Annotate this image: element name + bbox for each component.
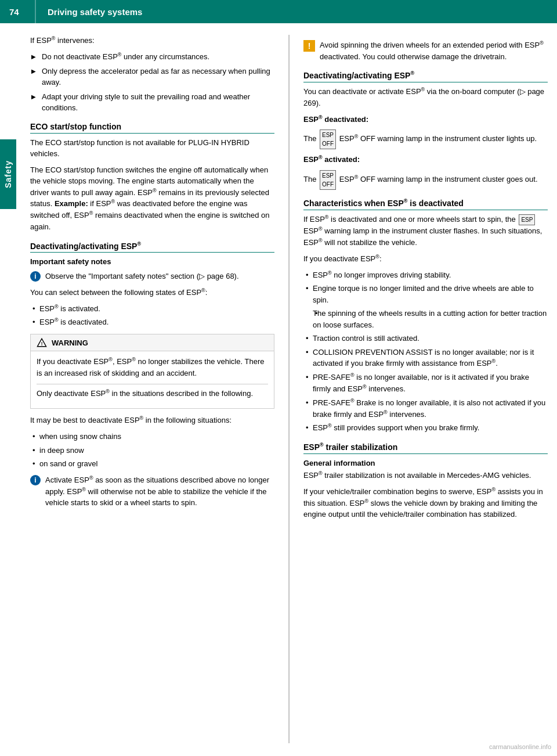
header-title: Driving safety systems (36, 7, 154, 17)
eco-para1: The ECO start/stop function is not avail… (30, 137, 274, 160)
esp-deactivated-sub: ESP® deactivated: (303, 113, 548, 125)
important-safety-sub: Important safety notes (30, 257, 274, 266)
eco-heading: ECO start/stop function (30, 122, 274, 134)
warning-header: ! WARNING (31, 334, 274, 351)
esp-activated-sub: ESP® activated: (303, 154, 548, 165)
left-column: If ESP® intervenes: Do not deactivate ES… (30, 35, 289, 743)
trailer-para2: If your vehicle/trailer combination begi… (303, 486, 548, 520)
esp-off-icon-2: ESPOFF (320, 170, 336, 190)
info-box-1: i Observe the "Important safety notes" s… (30, 271, 274, 282)
info-icon-1: i (30, 271, 41, 282)
arrow-item-3: Adapt your driving style to suit the pre… (30, 91, 274, 114)
esp-off-icon-1: ESPOFF (320, 129, 336, 149)
char-item-2: Engine torque is no longer limited and t… (303, 283, 548, 305)
right-column: ! Avoid spinning the driven wheels for a… (290, 35, 548, 743)
trailer-para1: ESP® trailer stabilization is not availa… (303, 470, 548, 481)
warning-body: If you deactivate ESP®, ESP® no longer s… (31, 351, 274, 408)
characteristics-para2: If you deactivate ESP®: (303, 253, 548, 265)
caution-icon: ! (303, 40, 315, 52)
deact-heading-right: Deactivating/activating ESP® (303, 70, 548, 82)
warning-box: ! WARNING If you deactivate ESP®, ESP® n… (30, 334, 274, 409)
deact-right-para1: You can deactivate or activate ESP® via … (303, 86, 548, 109)
char-item-5: COLLISION PREVENTION ASSIST is no longer… (303, 347, 548, 369)
deact-para2: It may be best to deactivate ESP® in the… (30, 415, 274, 426)
header-bar: 74 Driving safety systems (0, 0, 557, 23)
arrow-item-1: Do not deactivate ESP® under any circums… (30, 51, 274, 63)
esp-warning-icon: ESP (519, 214, 535, 225)
arrow-item-2: Only depress the accelerator pedal as fa… (30, 66, 274, 88)
warning-label: WARNING (52, 339, 88, 347)
page-number: 74 (0, 0, 35, 23)
info-box-2: i Activate ESP® as soon as the situation… (30, 474, 274, 509)
warning-para2: Only deactivate ESP® in the situations d… (37, 388, 268, 399)
char-item-6: PRE-SAFE® is no longer available, nor is… (303, 372, 548, 395)
warning-separator (37, 384, 268, 384)
deact-para1: You can select between the following sta… (30, 287, 274, 298)
caution-box: ! Avoid spinning the driven wheels for a… (303, 39, 548, 62)
eco-para2: The ECO start/stop function switches the… (30, 164, 274, 233)
char-item-7: PRE-SAFE® Brake is no longer available, … (303, 397, 548, 420)
warning-para1: If you deactivate ESP®, ESP® no longer s… (37, 356, 268, 379)
situation-1: when using snow chains (30, 431, 274, 442)
situation-3: on sand or gravel (30, 458, 274, 470)
esp-deactivated-text: The ESPOFF ESP® OFF warning lamp in the … (303, 129, 548, 149)
char-item-3: The spinning of the wheels results in a … (313, 308, 548, 330)
char-item-1: ESP® no longer improves driving stabilit… (303, 269, 548, 281)
characteristics-list: ESP® no longer improves driving stabilit… (303, 269, 548, 434)
char-item-8: ESP® still provides support when you bra… (303, 422, 548, 434)
example-bold: Example: (55, 200, 88, 208)
arrow-list: Do not deactivate ESP® under any circums… (30, 51, 274, 114)
info-icon-2: i (30, 475, 41, 485)
esp-activated-text: The ESPOFF ESP® OFF warning lamp in the … (303, 170, 548, 190)
characteristics-para1: If ESP® is deactivated and one or more w… (303, 214, 548, 249)
deact-heading-left: Deactivating/activating ESP® (30, 241, 274, 253)
safety-side-tab: Safety (0, 139, 16, 209)
esp-states-list: ESP® is activated. ESP® is deactivated. (30, 303, 274, 329)
svg-text:!: ! (41, 341, 43, 347)
characteristics-heading: Characteristics when ESP® is deactivated (303, 198, 548, 210)
watermark: carmanualsonline.info (489, 743, 551, 750)
situations-list: when using snow chains in deep snow on s… (30, 431, 274, 470)
esp-state-1: ESP® is activated. (30, 303, 274, 315)
general-info-sub: General information (303, 459, 548, 467)
info-text-1: Observe the "Important safety notes" sec… (45, 271, 274, 282)
warning-triangle-icon: ! (37, 337, 47, 348)
situation-2: in deep snow (30, 445, 274, 456)
caution-text: Avoid spinning the driven wheels for an … (320, 39, 548, 62)
char-item-4: Traction control is still activated. (303, 333, 548, 344)
esp-state-2: ESP® is deactivated. (30, 316, 274, 328)
intro-text: If ESP® intervenes: (30, 35, 274, 46)
info-text-2: Activate ESP® as soon as the situations … (45, 474, 274, 509)
trailer-heading: ESP® trailer stabilization (303, 442, 548, 454)
